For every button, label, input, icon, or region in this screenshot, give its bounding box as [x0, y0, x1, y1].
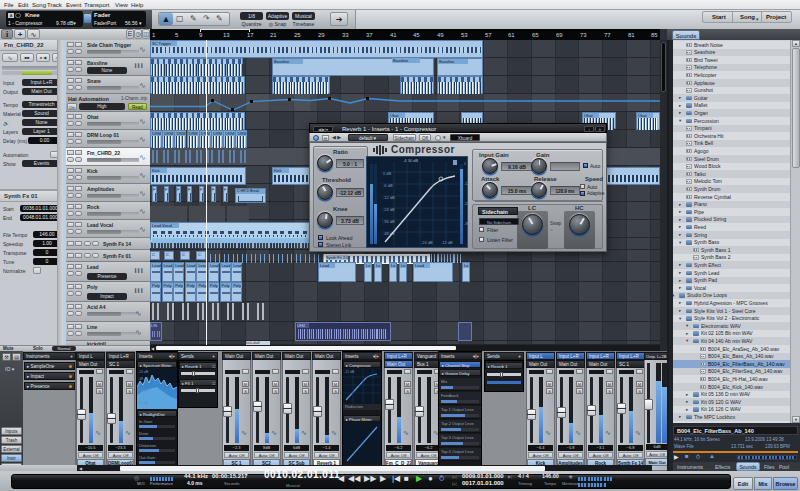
svg-text:-12 dB: -12 dB: [383, 195, 395, 200]
svg-text:-36 dB: -36 dB: [383, 219, 395, 224]
svg-text:0 dB: 0 dB: [383, 171, 392, 176]
svg-text:-24 dB: -24 dB: [383, 207, 395, 212]
svg-text:-12 dB: -12 dB: [441, 240, 453, 245]
svg-text:-24 dB: -24 dB: [421, 240, 433, 245]
svg-text:-6 dB: -6 dB: [383, 183, 393, 188]
